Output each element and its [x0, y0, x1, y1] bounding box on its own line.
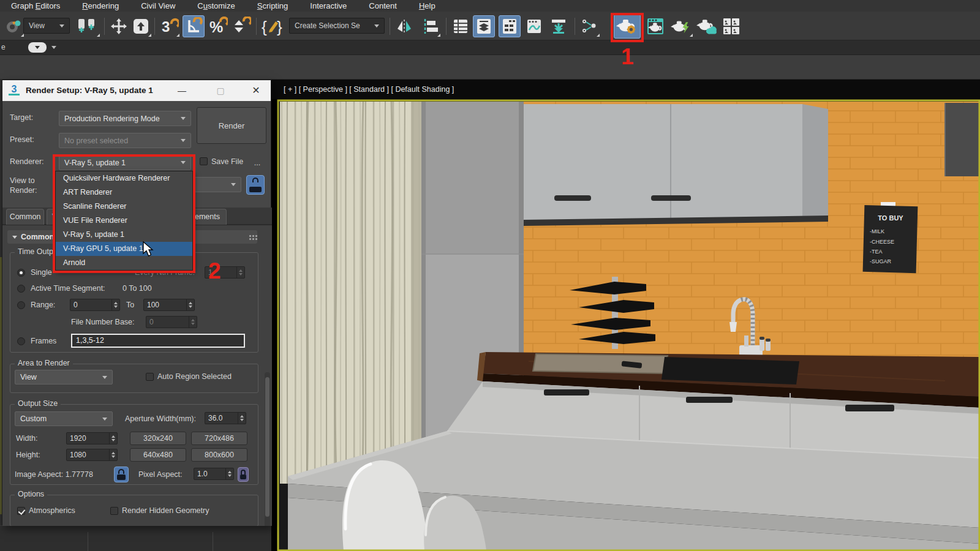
blackboard-line: -MILK	[870, 228, 884, 234]
viewport-lock-button[interactable]	[246, 175, 265, 195]
snaps-3d-icon[interactable]: 3	[158, 15, 180, 37]
tab-common[interactable]: Common	[6, 209, 44, 225]
preset-640x480-button[interactable]: 640x480	[130, 448, 186, 462]
render-setup-dialog: 3 Render Setup: V-Ray 5, update 1 — ▢ ✕ …	[2, 80, 271, 525]
menu-civil-view[interactable]: Civil View	[130, 0, 186, 12]
render-hidden-checkbox[interactable]	[110, 507, 118, 515]
rendered-frame-window-icon[interactable]	[644, 15, 666, 37]
viewport-header-label[interactable]: [ + ] [ Perspective ] [ Standard ] [ Def…	[284, 85, 454, 94]
menu-customize[interactable]: Customize	[186, 0, 246, 12]
save-file-browse-button[interactable]: ...	[249, 155, 266, 170]
auto-region-label: Auto Region Selected	[157, 372, 232, 381]
menu-scripting[interactable]: Scripting	[246, 0, 300, 12]
perspective-viewport[interactable]: [ + ] [ Perspective ] [ Standard ] [ Def…	[271, 80, 980, 551]
menu-help[interactable]: Help	[408, 0, 447, 12]
create-selection-set-dropdown[interactable]: Create Selection Se	[289, 18, 385, 34]
maximize-button[interactable]: ▢	[209, 80, 232, 101]
minimize-button[interactable]: —	[171, 80, 193, 101]
active-segment-radio[interactable]	[17, 285, 25, 293]
render-button[interactable]: Render	[197, 107, 266, 144]
reference-coordsys-dropdown[interactable]: View	[23, 18, 70, 34]
chevron-down-icon	[102, 376, 107, 379]
pixel-aspect-lock-button[interactable]	[238, 467, 249, 482]
menu-rendering[interactable]: Rendering	[71, 0, 130, 12]
scrollbar-thumb[interactable]	[265, 377, 270, 517]
cabinet-handle	[651, 195, 691, 201]
render-cloud-icon[interactable]	[693, 15, 719, 37]
chevron-down-icon	[181, 139, 186, 142]
menu-graph-editors[interactable]: Graph Editors	[0, 0, 71, 12]
viewport-layout-button[interactable]	[28, 42, 47, 53]
chevron-down-icon[interactable]	[51, 46, 56, 49]
frames-radio[interactable]	[17, 337, 25, 345]
angle-snap-icon[interactable]	[183, 15, 205, 37]
preset-720x486-button[interactable]: 720x486	[191, 432, 247, 445]
preset-800x600-button[interactable]: 800x600	[191, 448, 247, 462]
output-size-dropdown[interactable]: Custom	[15, 411, 113, 426]
close-button[interactable]: ✕	[245, 80, 267, 101]
output-size-label: Output Size	[15, 399, 61, 408]
viewport-scene[interactable]: TO BUY -MILK -CHEESE -TEA -SUGAR	[271, 99, 980, 551]
render-production-icon[interactable]	[668, 15, 693, 37]
toolbar-separator	[390, 18, 390, 35]
viewport-header[interactable]: [ + ] [ Perspective ] [ Standard ] [ Def…	[271, 80, 980, 99]
material-editor-icon[interactable]	[578, 15, 600, 37]
spinner-snap-icon[interactable]	[230, 15, 252, 37]
scene-explorer-icon[interactable]	[450, 15, 472, 37]
cutting-board	[533, 354, 668, 373]
target-label: Target:	[10, 113, 33, 122]
dialog-title: Render Setup: V-Ray 5, update 1	[26, 80, 153, 101]
ribbon-bar	[0, 55, 980, 80]
height-spinner[interactable]: 1080	[66, 449, 118, 461]
select-place-icon[interactable]	[130, 15, 152, 37]
preset-label: Preset:	[10, 135, 34, 144]
range-to-spinner[interactable]: 100	[143, 299, 195, 311]
atmospherics-checkbox[interactable]	[17, 507, 25, 515]
dialog-titlebar[interactable]: 3 Render Setup: V-Ray 5, update 1 — ▢ ✕	[2, 80, 271, 101]
blackboard-title: TO BUY	[878, 214, 903, 222]
preset-320x240-button[interactable]: 320x240	[130, 432, 186, 445]
atmospherics-label: Atmospherics	[29, 506, 75, 515]
pivot-center-icon[interactable]	[74, 15, 100, 37]
render-presets-icon[interactable]	[720, 15, 742, 37]
link-icon[interactable]	[2, 15, 24, 37]
pixel-aspect-label: Pixel Aspect:	[138, 470, 183, 479]
range-radio[interactable]	[17, 301, 25, 309]
renderer-label: Renderer:	[10, 157, 44, 166]
select-move-icon[interactable]	[108, 15, 130, 37]
lock-icon	[118, 469, 124, 474]
mirror-icon[interactable]	[393, 15, 415, 37]
toolbar-separator	[446, 18, 447, 35]
auto-region-checkbox[interactable]	[146, 373, 154, 381]
frames-input[interactable]: 1,3,5-12	[71, 334, 245, 348]
percent-snap-icon[interactable]: %	[207, 15, 229, 37]
align-icon[interactable]	[419, 15, 441, 37]
range-from-spinner[interactable]: 0	[70, 299, 120, 311]
target-dropdown[interactable]: Production Rendering Mode	[59, 111, 191, 126]
file-number-base-label: File Number Base:	[71, 318, 135, 326]
ribbon-toggle-icon[interactable]	[499, 15, 521, 37]
layer-explorer-icon[interactable]	[473, 15, 495, 37]
panel-scrollbar[interactable]	[265, 372, 270, 526]
svg-text:3: 3	[162, 18, 170, 35]
menu-content[interactable]: Content	[358, 0, 408, 12]
curve-editor-icon[interactable]	[523, 15, 545, 37]
area-to-render-dropdown[interactable]: View	[15, 370, 113, 384]
single-radio[interactable]	[17, 269, 25, 277]
width-spinner[interactable]: 1920	[66, 432, 118, 444]
clipped-label-fragment: e	[1, 43, 6, 51]
pixel-aspect-spinner[interactable]: 1.0	[194, 468, 234, 480]
image-aspect-lock-button[interactable]	[114, 467, 129, 482]
schematic-view-icon[interactable]	[548, 15, 570, 37]
aperture-label: Aperture Width(mm):	[125, 414, 196, 423]
chevron-down-icon	[59, 24, 64, 28]
menu-interactive[interactable]: Interactive	[299, 0, 358, 12]
curtain	[280, 102, 421, 484]
toolbar-separator	[154, 18, 155, 35]
save-file-checkbox[interactable]	[200, 157, 208, 165]
file-number-base-spinner[interactable]: 0	[146, 316, 197, 328]
named-selection-sets-icon[interactable]: {}	[260, 15, 287, 37]
preset-dropdown[interactable]: No preset selected	[59, 133, 191, 148]
width-label: Width:	[16, 434, 37, 443]
aperture-spinner[interactable]: 36.0	[205, 412, 246, 424]
